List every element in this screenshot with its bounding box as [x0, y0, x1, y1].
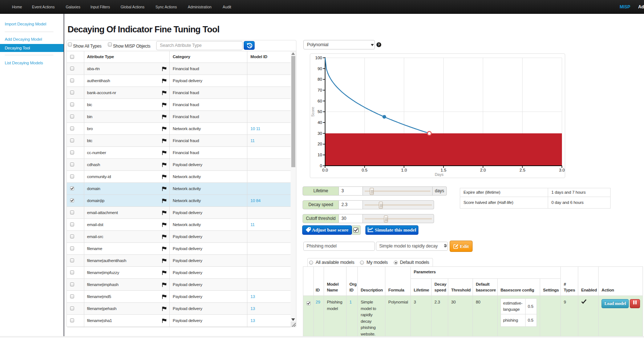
svg-text:80: 80 — [317, 77, 322, 81]
svg-text:100: 100 — [315, 56, 322, 60]
svg-text:1.5: 1.5 — [441, 168, 446, 172]
svg-text:90: 90 — [317, 67, 322, 71]
svg-text:0.5: 0.5 — [362, 168, 368, 172]
svg-text:20: 20 — [317, 142, 322, 146]
svg-text:0.0: 0.0 — [322, 168, 328, 172]
svg-text:1.0: 1.0 — [401, 168, 407, 172]
svg-text:70: 70 — [317, 88, 322, 92]
svg-text:40: 40 — [317, 120, 322, 125]
svg-text:30: 30 — [317, 131, 322, 136]
svg-text:60: 60 — [317, 99, 322, 103]
svg-text:3.0: 3.0 — [559, 168, 565, 172]
svg-text:Days: Days — [435, 172, 443, 177]
svg-text:0: 0 — [320, 164, 322, 168]
svg-text:2.0: 2.0 — [480, 168, 486, 172]
svg-text:2.5: 2.5 — [519, 168, 525, 172]
svg-text:Score: Score — [311, 107, 315, 117]
svg-text:?: ? — [378, 43, 380, 47]
svg-text:10: 10 — [317, 153, 322, 157]
svg-text:50: 50 — [317, 109, 322, 114]
